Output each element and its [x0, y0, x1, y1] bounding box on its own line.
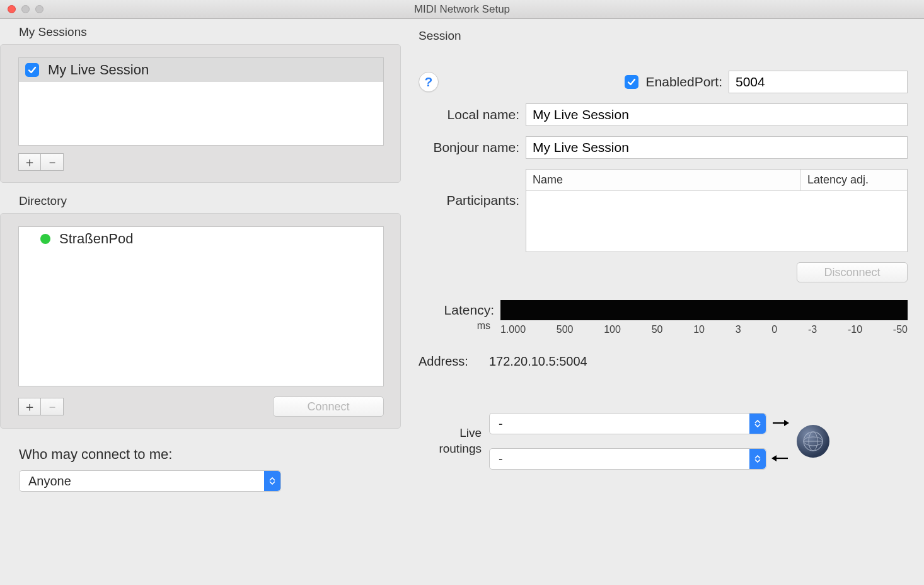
- online-status-icon: [40, 234, 50, 244]
- select-stepper-icon: [264, 471, 280, 491]
- tick: 100: [604, 324, 621, 335]
- tick: -10: [848, 324, 862, 335]
- local-name-label: Local name:: [419, 107, 526, 122]
- enabled-label: Enabled: [646, 74, 695, 90]
- arrow-right-icon: [771, 415, 789, 432]
- disconnect-button: Disconnect: [797, 262, 908, 282]
- enabled-checkbox[interactable]: [625, 75, 638, 89]
- svg-marker-1: [784, 420, 789, 426]
- routings-label-line: Live: [459, 426, 482, 439]
- directory-row[interactable]: StraßenPod: [19, 227, 383, 251]
- latency-meter: [500, 300, 908, 320]
- remove-directory-button: －: [41, 398, 64, 415]
- latency-ticks: 1.000 500 100 50 10 3 0 -3 -10 -50: [500, 324, 908, 335]
- who-may-connect-value: Anyone: [28, 474, 71, 489]
- session-row-label: My Live Session: [48, 62, 149, 78]
- titlebar: MIDI Network Setup: [0, 0, 924, 19]
- port-input[interactable]: [729, 71, 908, 93]
- remove-session-button[interactable]: －: [41, 153, 64, 171]
- help-button[interactable]: ?: [419, 72, 439, 92]
- live-routings-label: Live routings: [419, 426, 489, 456]
- participants-table[interactable]: Name Latency adj.: [526, 169, 908, 252]
- participants-label: Participants:: [419, 169, 526, 208]
- tick: 500: [557, 324, 574, 335]
- local-name-input[interactable]: [526, 103, 908, 126]
- who-group: Who may connect to me: Anyone: [0, 443, 406, 492]
- sessions-list[interactable]: My Live Session: [18, 57, 384, 146]
- session-row[interactable]: My Live Session: [19, 58, 383, 82]
- tick: 3: [736, 324, 741, 335]
- tick: 0: [771, 324, 777, 335]
- routings-label-line: routings: [439, 442, 482, 455]
- participants-header: Name Latency adj.: [526, 170, 907, 191]
- right-column: Session ? Enabled Port: Local name: Bonj…: [406, 19, 924, 585]
- routing-out-select[interactable]: -: [489, 413, 766, 434]
- window-title: MIDI Network Setup: [0, 3, 924, 16]
- svg-marker-3: [771, 455, 777, 461]
- session-detail-heading: Session: [419, 23, 908, 48]
- sessions-button-strip: ＋ －: [18, 153, 388, 171]
- tick: 50: [652, 324, 663, 335]
- directory-row-label: StraßenPod: [59, 231, 133, 247]
- select-stepper-icon: [749, 414, 766, 434]
- tick: -3: [808, 324, 817, 335]
- bonjour-name-input[interactable]: [526, 136, 908, 159]
- latency-label: Latency:: [419, 303, 500, 318]
- who-may-connect-select[interactable]: Anyone: [19, 470, 281, 492]
- directory-list[interactable]: StraßenPod: [18, 226, 384, 386]
- network-globe-icon: [797, 425, 829, 458]
- add-directory-button[interactable]: ＋: [18, 398, 41, 415]
- routing-in-value: -: [499, 452, 503, 466]
- connect-button: Connect: [273, 397, 384, 417]
- sessions-heading: My Sessions: [0, 19, 406, 44]
- directory-actions: ＋ － Connect: [18, 397, 384, 417]
- directory-heading: Directory: [0, 183, 406, 213]
- port-label: Port:: [695, 74, 722, 90]
- routing-out-value: -: [499, 417, 503, 431]
- tick: -50: [893, 324, 908, 335]
- latency-unit: ms: [419, 320, 500, 335]
- address-label: Address:: [419, 354, 489, 369]
- address-value: 172.20.10.5:5004: [489, 354, 587, 369]
- tick: 1.000: [500, 324, 526, 335]
- arrow-left-icon: [771, 451, 789, 467]
- tick: 10: [693, 324, 705, 335]
- participants-col-latency[interactable]: Latency adj.: [801, 170, 907, 190]
- who-heading: Who may connect to me:: [19, 446, 393, 463]
- sessions-panel: My Live Session ＋ －: [0, 44, 401, 183]
- directory-panel: StraßenPod ＋ － Connect: [0, 213, 401, 429]
- session-enabled-checkbox[interactable]: [25, 63, 39, 77]
- select-stepper-icon: [749, 449, 766, 469]
- routing-in-select[interactable]: -: [489, 448, 766, 470]
- add-session-button[interactable]: ＋: [18, 153, 41, 171]
- bonjour-name-label: Bonjour name:: [419, 140, 526, 155]
- participants-col-name[interactable]: Name: [526, 170, 801, 190]
- left-column: My Sessions My Live Session ＋ － Director…: [0, 19, 406, 585]
